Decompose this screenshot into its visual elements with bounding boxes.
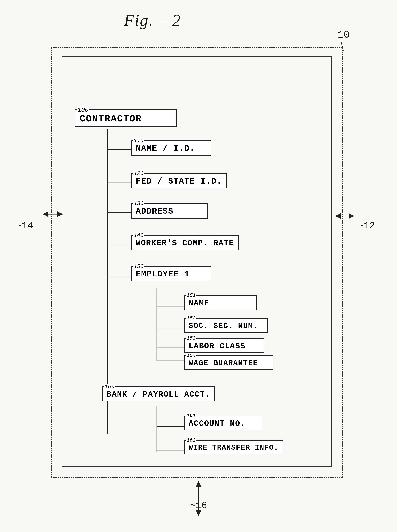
bank-payroll-label: BANK / PAYROLL ACCT. [107, 390, 210, 399]
svg-marker-2 [43, 211, 48, 217]
fed-state-box: 120 FED / STATE I.D. [131, 173, 227, 188]
svg-marker-6 [349, 213, 354, 219]
employee1-label: EMPLOYEE 1 [136, 269, 207, 279]
emp-name-box: 151 NAME [184, 295, 257, 310]
page: Fig. – 2 10 ~14 ~12 ~16 100 CONTRACTOR 1… [0, 0, 397, 532]
fed-state-ref: 120 [133, 170, 144, 177]
ref-14-label: ~14 [16, 220, 33, 231]
ref-14-tilde: ~ [16, 220, 22, 231]
ref-16-tilde: ~ [190, 500, 196, 511]
svg-marker-8 [196, 510, 201, 516]
workers-comp-box: 140 WORKER'S COMP. RATE [131, 235, 239, 250]
address-ref: 130 [133, 200, 144, 207]
name-id-label: NAME / I.D. [136, 144, 207, 153]
ref-16-label: ~16 [190, 500, 207, 511]
contractor-box: 100 CONTRACTOR [75, 109, 177, 127]
labor-class-label: LABOR CLASS [189, 342, 260, 351]
labor-class-ref: 153 [186, 335, 196, 341]
soc-sec-ref: 152 [186, 315, 196, 321]
fed-state-label: FED / STATE I.D. [136, 177, 222, 186]
wire-transfer-box: 162 WIRE TRANSFER INFO. [184, 440, 283, 454]
workers-comp-ref: 140 [133, 232, 144, 238]
ref-12-label: ~12 [358, 220, 375, 231]
account-no-box: 161 ACCOUNT NO. [184, 416, 262, 431]
wage-guarantee-box: 154 WAGE GUARANTEE [184, 355, 273, 370]
workers-comp-label: WORKER'S COMP. RATE [136, 238, 234, 248]
contractor-label: CONTRACTOR [80, 113, 172, 124]
emp-name-label: NAME [189, 299, 252, 308]
labor-class-box: 153 LABOR CLASS [184, 338, 264, 353]
wire-transfer-label: WIRE TRANSFER INFO. [189, 444, 279, 452]
wage-guarantee-label: WAGE GUARANTEE [189, 359, 269, 368]
soc-sec-label: SOC. SEC. NUM. [189, 321, 263, 330]
ref-12-tilde: ~ [358, 220, 364, 231]
address-label: ADDRESS [136, 207, 203, 216]
account-no-ref: 161 [186, 413, 196, 419]
wire-transfer-ref: 162 [186, 438, 196, 443]
employee1-ref: 150 [133, 263, 144, 269]
bank-payroll-ref: 160 [104, 384, 115, 390]
ref-10-label: 10 [338, 29, 350, 41]
name-id-box: 110 NAME / I.D. [131, 140, 211, 156]
employee1-box: 150 EMPLOYEE 1 [131, 266, 211, 282]
address-box: 130 ADDRESS [131, 203, 208, 219]
figure-title: Fig. – 2 [124, 11, 181, 30]
contractor-ref: 100 [77, 107, 89, 113]
name-id-ref: 110 [133, 138, 144, 144]
emp-name-ref: 151 [186, 293, 196, 298]
bank-payroll-box: 160 BANK / PAYROLL ACCT. [102, 386, 215, 401]
account-no-label: ACCOUNT NO. [189, 419, 258, 428]
wage-guarantee-ref: 154 [186, 353, 196, 358]
svg-marker-9 [196, 481, 201, 487]
soc-sec-box: 152 SOC. SEC. NUM. [184, 318, 268, 333]
